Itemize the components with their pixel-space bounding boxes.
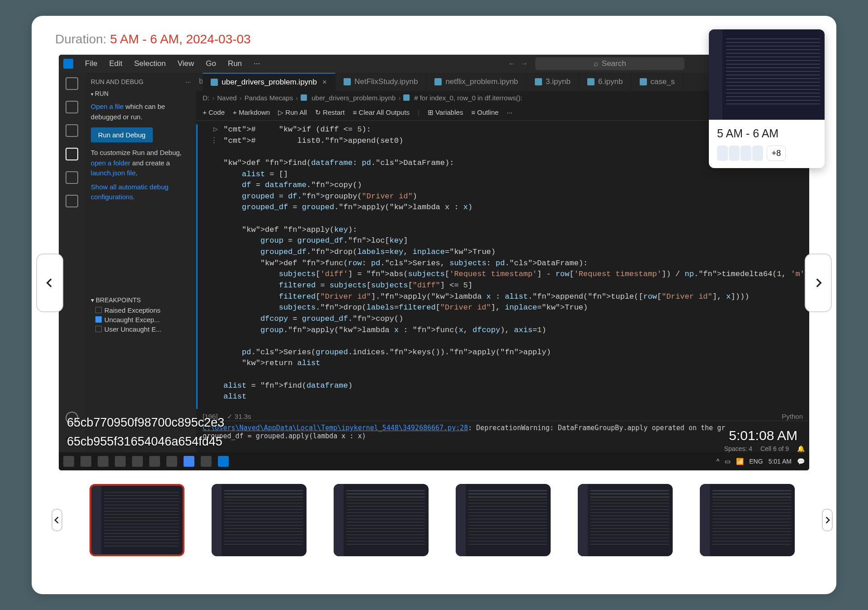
windows-start-icon[interactable] — [63, 456, 74, 467]
cell-gutter[interactable]: ▷⋮ — [196, 124, 223, 409]
breadcrumb-item[interactable]: uber_drivers_problem.ipynb — [311, 94, 396, 102]
vscode-taskbar-icon[interactable] — [218, 456, 229, 467]
thumbnail[interactable] — [334, 484, 429, 556]
explorer-icon[interactable] — [66, 77, 78, 90]
taskbar-app-2[interactable] — [98, 456, 108, 467]
notification-icon[interactable]: 💬 — [797, 458, 805, 465]
tray-time[interactable]: 5:01 AM — [769, 458, 792, 465]
taskbar-app-3[interactable] — [115, 456, 126, 467]
taskbar-app-4[interactable] — [132, 456, 143, 467]
cell-exec-time: ✓ 31.3s — [227, 413, 251, 421]
avatar-4[interactable] — [752, 145, 763, 161]
taskbar-app-1[interactable] — [80, 456, 91, 467]
test-icon[interactable] — [66, 195, 78, 207]
main-prev-button[interactable] — [36, 253, 63, 312]
thumbnail[interactable] — [212, 484, 307, 556]
thumbnail-strip — [32, 470, 836, 570]
battery-icon[interactable]: ▭ — [725, 458, 731, 465]
menu-run[interactable]: Run — [223, 57, 246, 70]
open-file-link[interactable]: Open a file — [91, 103, 124, 110]
checkbox-icon[interactable] — [95, 307, 102, 313]
nav-back-icon[interactable]: ← — [508, 59, 516, 68]
cell-lang[interactable]: Python — [782, 413, 803, 421]
notebook-tool[interactable]: ≡ Outline — [471, 108, 498, 116]
notebook-tool[interactable]: + Markdown — [233, 108, 270, 116]
chrome-icon[interactable] — [184, 456, 194, 467]
vscode-titlebar: File Edit Selection View Go Run ··· ← → … — [59, 55, 809, 73]
close-icon[interactable]: × — [322, 78, 327, 87]
breadcrumb-item[interactable]: Naved — [217, 94, 236, 102]
thumbnail[interactable] — [700, 484, 795, 556]
taskbar-app-5[interactable] — [149, 456, 160, 467]
source-control-icon[interactable] — [66, 124, 78, 137]
main-next-button[interactable] — [805, 253, 832, 312]
breakpoints-header[interactable]: BREAKPOINTS — [91, 295, 191, 305]
notebook-tool[interactable]: ··· — [507, 108, 513, 116]
menu-file[interactable]: File — [80, 57, 102, 70]
terminal-path[interactable]: C:\Users\Naved\AppData\Local\Temp\ipyker… — [203, 424, 468, 432]
thumb-next-button[interactable] — [822, 509, 833, 531]
menu-go[interactable]: Go — [201, 57, 221, 70]
breakpoint-item[interactable]: Raised Exceptions — [91, 305, 191, 315]
editor-tab[interactable]: NetFlixStudy.ipynb — [335, 73, 426, 91]
status-bell-icon[interactable]: 🔔 — [797, 445, 805, 452]
breakpoint-item[interactable]: User Uncaught E... — [91, 324, 191, 334]
run-and-debug-button[interactable]: Run and Debug — [91, 127, 153, 142]
nav-forward-icon[interactable]: → — [520, 59, 528, 68]
checkbox-icon[interactable] — [95, 316, 102, 323]
run-section-header[interactable]: RUN — [91, 87, 191, 100]
search-activity-icon[interactable] — [66, 101, 78, 113]
breakpoint-label: Raised Exceptions — [104, 306, 160, 314]
checkbox-icon[interactable] — [95, 326, 102, 332]
avatar-1[interactable] — [717, 145, 728, 161]
thumb-prev-button[interactable] — [52, 509, 62, 531]
thumbnail[interactable] — [456, 484, 551, 556]
notebook-tool[interactable]: ▷ Run All — [278, 108, 307, 117]
notebook-tool[interactable]: + Code — [203, 108, 225, 116]
breadcrumb-item[interactable]: Pandas Mecaps — [245, 94, 293, 102]
editor-tab[interactable]: netflix_problem.ipynb — [426, 73, 527, 91]
avatar-2[interactable] — [729, 145, 740, 161]
file-icon — [640, 78, 647, 85]
terminal-output[interactable]: C:\Users\Naved\AppData\Local\Temp\ipyker… — [196, 421, 809, 452]
customize-text: To customize Run and Debug, open a folde… — [91, 146, 191, 180]
sidebar-more-icon[interactable]: ··· — [186, 78, 191, 85]
popup-more-count[interactable]: +8 — [767, 145, 786, 161]
taskbar-app-8[interactable] — [201, 456, 212, 467]
show-auto-configs-link[interactable]: Show all automatic debug configurations. — [91, 180, 191, 204]
menu-edit[interactable]: Edit — [104, 57, 127, 70]
notebook-tool[interactable]: ≡ Clear All Outputs — [353, 108, 409, 116]
tray-lang[interactable]: ENG — [749, 458, 763, 465]
extensions-icon[interactable] — [66, 171, 78, 184]
time-bucket-popup[interactable]: 5 AM - 6 AM +8 — [709, 29, 825, 168]
run-debug-icon[interactable] — [66, 148, 78, 160]
breadcrumb-item[interactable]: # for index_0, row_0 in df.iterrows(): — [414, 94, 522, 102]
avatar-3[interactable] — [741, 145, 751, 161]
notebook-tool[interactable]: ⊞ Variables — [428, 108, 463, 117]
file-icon — [535, 78, 542, 85]
popup-body: 5 AM - 6 AM +8 — [709, 120, 825, 168]
tray-chevron-icon[interactable]: ^ — [717, 458, 720, 465]
editor-tab[interactable]: 6.ipynb — [579, 73, 632, 91]
editor-tab[interactable]: uber_drivers_problem.ipynb× — [203, 73, 335, 91]
menu-more[interactable]: ··· — [249, 57, 264, 70]
editor-tab[interactable]: case_s — [632, 73, 684, 91]
command-center-search[interactable]: ⌕ Search — [535, 57, 684, 70]
taskbar-app-6[interactable] — [166, 456, 177, 467]
launch-json-link[interactable]: launch.json file — [91, 169, 136, 177]
menu-view[interactable]: View — [173, 57, 199, 70]
breadcrumb-item[interactable]: D: — [203, 94, 209, 102]
thumbnail[interactable] — [578, 484, 673, 556]
breakpoint-label: Uncaught Excep... — [104, 316, 160, 324]
wifi-icon[interactable]: 📶 — [736, 458, 744, 465]
notebook-tool[interactable]: ↻ Restart — [315, 108, 345, 117]
menu-selection[interactable]: Selection — [130, 57, 170, 70]
status-spaces[interactable]: Spaces: 4 — [724, 445, 752, 452]
editor-tab[interactable]: 3.ipynb — [527, 73, 579, 91]
thumbnail[interactable] — [90, 484, 184, 556]
open-folder-link[interactable]: open a folder — [91, 159, 131, 167]
breakpoint-item[interactable]: Uncaught Excep... — [91, 315, 191, 324]
status-cell[interactable]: Cell 6 of 9 — [760, 445, 789, 452]
thumbs-holder — [90, 484, 795, 556]
screenshot-viewer-card: Duration: 5 AM - 6 AM, 2024-03-03 File E… — [32, 16, 836, 594]
